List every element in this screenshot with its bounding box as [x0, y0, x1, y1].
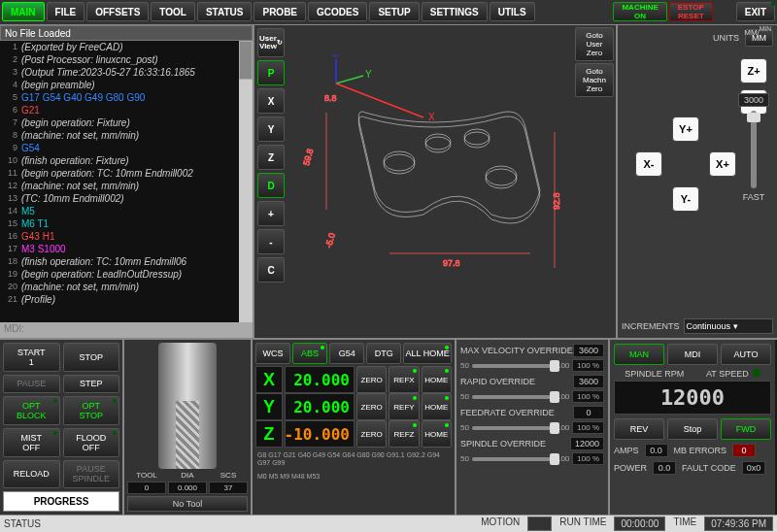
tab-settings[interactable]: SETTINGS: [422, 2, 488, 21]
view-c-button[interactable]: C: [257, 257, 285, 283]
ref-button[interactable]: REFY: [388, 393, 419, 420]
slider-thumb[interactable]: [550, 453, 559, 465]
tab-offsets[interactable]: OFFSETS: [86, 2, 149, 21]
gcode-line[interactable]: 8(machine: not set, mm/min): [0, 129, 253, 142]
flood-button[interactable]: FLOOD OFF: [63, 428, 120, 457]
spindle-stop-button[interactable]: Stop: [667, 418, 718, 440]
zero-button[interactable]: ZERO: [356, 420, 387, 448]
step-button[interactable]: STEP: [63, 375, 120, 394]
override-slider[interactable]: [472, 395, 554, 399]
g54-button[interactable]: G54: [329, 343, 364, 364]
home-button[interactable]: HOME: [422, 420, 452, 448]
goto-machine-zero-button[interactable]: Goto Machn Zero: [575, 63, 614, 97]
wcs-button[interactable]: WCS: [255, 343, 290, 364]
gcode-line[interactable]: 14M5: [0, 205, 253, 217]
gcode-line[interactable]: 19(begin operation: LeadInOutDressup): [0, 268, 253, 281]
top-tab-bar: MAIN FILE OFFSETS TOOL STATUS PROBE GCOD…: [0, 0, 777, 25]
exit-button[interactable]: EXIT: [736, 2, 775, 21]
gcode-line[interactable]: 21(Profile): [0, 293, 253, 306]
tab-utils[interactable]: UTILS: [490, 2, 535, 21]
pause-button[interactable]: PAUSE: [3, 375, 60, 394]
gcode-line[interactable]: 11(begin operation: TC: 10mm Endmill002: [0, 167, 253, 180]
jog-y-plus[interactable]: Y+: [672, 116, 699, 142]
view-d-button[interactable]: D: [257, 173, 285, 198]
scrollbar[interactable]: [239, 41, 253, 322]
ref-button[interactable]: REFZ: [388, 420, 419, 448]
3d-viewport[interactable]: Z Y X 97.8 59.8 92.8 -5.0 8.8 Goto User …: [287, 25, 618, 338]
gcode-line[interactable]: 3(Output Time:2023-05-27 16:33:16.1865: [0, 66, 253, 79]
override-pct: 100 %: [572, 421, 604, 434]
dtg-button[interactable]: DTG: [366, 343, 401, 364]
tool-value: 0: [127, 482, 166, 494]
gcode-line[interactable]: 7(begin operation: Fixture): [0, 116, 253, 129]
man-mode-button[interactable]: MAN: [614, 344, 664, 365]
jog-x-minus[interactable]: X-: [635, 151, 662, 177]
gcode-line[interactable]: 9G54: [0, 142, 253, 154]
jog-x-plus[interactable]: X+: [709, 151, 736, 177]
jog-speed-slider[interactable]: [751, 111, 757, 188]
pause-spindle-button[interactable]: PAUSE SPINDLE: [63, 460, 120, 489]
view-z-button[interactable]: Z: [257, 145, 285, 170]
machine-on-button[interactable]: MACHINE ON: [613, 2, 666, 21]
home-button[interactable]: HOME: [422, 366, 452, 393]
slider-thumb[interactable]: [747, 113, 760, 122]
slider-thumb[interactable]: [550, 391, 559, 403]
all-home-button[interactable]: ALL HOME: [403, 343, 452, 364]
tab-file[interactable]: FILE: [47, 2, 85, 21]
gcode-line[interactable]: 6G21: [0, 104, 253, 116]
goto-user-zero-button[interactable]: Goto User Zero: [575, 27, 614, 61]
tab-main[interactable]: MAIN: [2, 2, 45, 21]
opt-block-button[interactable]: OPT BLOCK: [3, 396, 60, 425]
override-slider[interactable]: [472, 457, 554, 461]
reload-button[interactable]: RELOAD: [3, 460, 60, 489]
user-view-button[interactable]: UserView↻: [257, 28, 285, 57]
no-tool-button[interactable]: No Tool: [127, 496, 248, 512]
view-y-button[interactable]: Y: [257, 116, 285, 142]
gcode-line[interactable]: 16G43 H1: [0, 230, 253, 243]
tab-tool[interactable]: TOOL: [151, 2, 195, 21]
start-button[interactable]: START 1: [3, 343, 60, 372]
gcode-line[interactable]: 18(finish operation: TC: 10mm Endmill06: [0, 255, 253, 268]
slider-thumb[interactable]: [550, 422, 559, 434]
zoom-out-button[interactable]: -: [257, 229, 285, 254]
tab-setup[interactable]: SETUP: [369, 2, 419, 21]
view-x-button[interactable]: X: [257, 88, 285, 114]
zero-button[interactable]: ZERO: [356, 393, 387, 420]
jog-y-minus[interactable]: Y-: [672, 186, 699, 212]
tab-gcodes[interactable]: GCODES: [308, 2, 367, 21]
zero-button[interactable]: ZERO: [356, 366, 387, 393]
gcode-line[interactable]: 12(machine: not set, mm/min): [0, 180, 253, 192]
estop-reset-button[interactable]: ESTOP RESET: [669, 2, 713, 21]
auto-mode-button[interactable]: AUTO: [721, 344, 771, 365]
abs-button[interactable]: ABS: [292, 343, 327, 364]
gcode-line[interactable]: 4(begin preamble): [0, 79, 253, 91]
mist-button[interactable]: MIST OFF: [3, 428, 60, 457]
gcode-viewer[interactable]: 1(Exported by FreeCAD)2(Post Processor: …: [0, 41, 253, 322]
gcode-line[interactable]: 13(TC: 10mm Endmill002): [0, 192, 253, 205]
rev-button[interactable]: REV: [614, 418, 664, 440]
tab-probe[interactable]: PROBE: [253, 2, 306, 21]
stop-button[interactable]: STOP: [63, 343, 120, 372]
opt-stop-button[interactable]: OPT STOP: [63, 396, 120, 425]
ref-button[interactable]: REFX: [388, 366, 419, 393]
slider-thumb[interactable]: [550, 360, 559, 372]
view-p-button[interactable]: P: [257, 60, 285, 85]
home-button[interactable]: HOME: [422, 393, 452, 420]
gcode-line[interactable]: 1(Exported by FreeCAD): [0, 41, 253, 53]
tool-panel: TOOL DIA SCS 0 0.000 37 No Tool: [124, 340, 253, 515]
zoom-in-button[interactable]: +: [257, 201, 285, 226]
override-slider[interactable]: [472, 364, 554, 368]
override-slider[interactable]: [472, 426, 554, 430]
tab-status[interactable]: STATUS: [197, 2, 253, 21]
gcode-line[interactable]: 10(finish operation: Fixture): [0, 154, 253, 167]
gcode-line[interactable]: 17M3 S1000: [0, 243, 253, 255]
gcode-line[interactable]: 5G17 G54 G40 G49 G80 G90: [0, 91, 253, 104]
fwd-button[interactable]: FWD: [721, 418, 771, 440]
gcode-line[interactable]: 20(machine: not set, mm/min): [0, 281, 253, 293]
scrollbar-thumb[interactable]: [239, 41, 253, 80]
mdi-mode-button[interactable]: MDI: [667, 344, 718, 365]
gcode-line[interactable]: 15M6 T1: [0, 217, 253, 230]
increments-select[interactable]: Continuous ▾: [684, 318, 773, 334]
gcode-line[interactable]: 2(Post Processor: linuxcnc_post): [0, 53, 253, 66]
mdi-input[interactable]: MDI:: [0, 322, 253, 338]
